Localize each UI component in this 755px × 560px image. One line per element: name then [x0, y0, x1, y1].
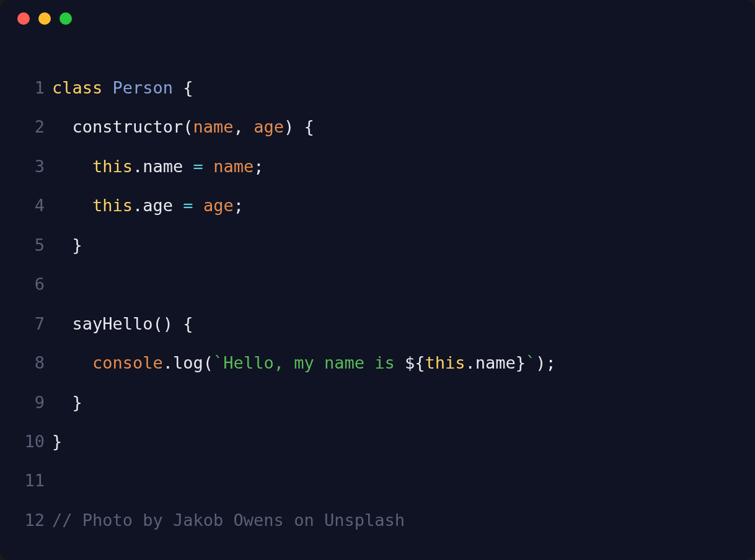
- code-token: `: [526, 353, 536, 372]
- code-token: this: [425, 353, 465, 372]
- close-icon[interactable]: [17, 12, 30, 25]
- code-token: =: [183, 196, 193, 215]
- code-content[interactable]: this.age = age;: [52, 186, 244, 225]
- code-content[interactable]: }: [52, 422, 62, 461]
- code-line[interactable]: 10}: [19, 422, 736, 461]
- code-token: console: [92, 353, 163, 372]
- code-token: // Photo by Jakob Owens on Unsplash: [52, 510, 405, 530]
- line-number: 7: [19, 304, 45, 343]
- code-line[interactable]: 7 sayHello() {: [19, 304, 736, 343]
- code-line[interactable]: 4 this.age = age;: [19, 186, 736, 225]
- code-token: sayHello() {: [52, 314, 193, 333]
- code-token: ,: [234, 117, 254, 136]
- line-number: 3: [19, 147, 45, 186]
- code-content[interactable]: this.name = name;: [52, 147, 263, 186]
- code-token: this: [92, 196, 133, 215]
- line-number: 8: [19, 343, 45, 382]
- code-token: .name}: [466, 353, 526, 372]
- code-token: ;: [234, 196, 244, 215]
- code-token: this: [92, 157, 133, 176]
- line-number: 10: [19, 422, 45, 461]
- maximize-icon[interactable]: [60, 12, 72, 25]
- code-token: =: [193, 157, 203, 176]
- code-token: }: [52, 432, 62, 451]
- code-token: [102, 78, 112, 97]
- code-line[interactable]: 1class Person {: [19, 68, 736, 107]
- code-token: Person: [113, 78, 174, 97]
- code-window: 1class Person {2 constructor(name, age) …: [0, 0, 755, 560]
- code-line[interactable]: 9 }: [19, 383, 736, 422]
- code-content[interactable]: sayHello() {: [52, 304, 193, 343]
- line-number: 11: [19, 461, 45, 500]
- line-number: 1: [19, 68, 45, 107]
- code-content[interactable]: class Person {: [52, 68, 193, 107]
- line-number: 12: [19, 501, 45, 540]
- code-line[interactable]: 6: [19, 265, 736, 304]
- code-token: [203, 157, 213, 176]
- code-token: [52, 157, 92, 176]
- code-token: }: [52, 235, 82, 255]
- code-token: [52, 196, 92, 215]
- code-token: [52, 353, 92, 372]
- code-editor[interactable]: 1class Person {2 constructor(name, age) …: [0, 37, 755, 558]
- code-token: .log(: [163, 353, 213, 372]
- code-token: );: [536, 353, 556, 372]
- code-line[interactable]: 8 console.log(`Hello, my name is ${this.…: [19, 343, 736, 382]
- code-token: .age: [133, 196, 183, 215]
- code-line[interactable]: 12// Photo by Jakob Owens on Unsplash: [19, 501, 736, 540]
- code-line[interactable]: 3 this.name = name;: [19, 147, 736, 186]
- code-token: {: [183, 78, 193, 97]
- code-line[interactable]: 5 }: [19, 225, 736, 265]
- line-number: 6: [19, 265, 45, 304]
- code-token: [173, 78, 183, 97]
- titlebar: [0, 0, 755, 37]
- code-token: .name: [133, 157, 193, 176]
- code-content[interactable]: }: [52, 383, 82, 422]
- code-content[interactable]: // Photo by Jakob Owens on Unsplash: [52, 501, 405, 540]
- code-content[interactable]: console.log(`Hello, my name is ${this.na…: [52, 343, 556, 382]
- code-token: ) {: [284, 117, 314, 136]
- code-token: `Hello, my name is: [213, 353, 405, 372]
- code-token: class: [52, 78, 102, 97]
- code-token: ;: [254, 157, 263, 176]
- code-line[interactable]: 2 constructor(name, age) {: [19, 107, 736, 146]
- code-token: }: [52, 393, 82, 412]
- line-number: 4: [19, 186, 45, 225]
- code-token: age: [203, 196, 234, 215]
- code-token: age: [254, 117, 284, 136]
- code-token: name: [213, 157, 254, 176]
- code-content[interactable]: }: [52, 225, 82, 265]
- line-number: 2: [19, 107, 45, 146]
- code-token: constructor(: [52, 117, 193, 136]
- code-line[interactable]: 11: [19, 461, 736, 500]
- minimize-icon[interactable]: [38, 12, 51, 25]
- line-number: 5: [19, 225, 45, 265]
- code-token: [193, 196, 203, 215]
- code-token: name: [193, 117, 234, 136]
- code-token: ${: [405, 353, 425, 372]
- code-content[interactable]: constructor(name, age) {: [52, 107, 314, 146]
- line-number: 9: [19, 383, 45, 422]
